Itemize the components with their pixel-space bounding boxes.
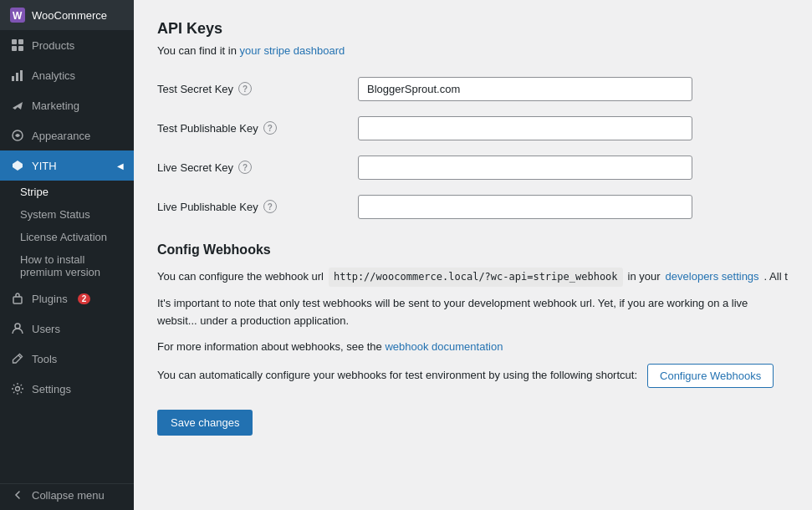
webhook-url-code: http://woocommerce.local/?wc-api=stripe_…	[329, 268, 623, 287]
live-publishable-key-label: Live Publishable Key	[157, 201, 258, 213]
api-keys-form: Test Secret Key ? Test Publishable Key ?…	[157, 77, 789, 219]
test-secret-key-input[interactable]	[358, 77, 692, 101]
svg-rect-4	[12, 46, 17, 51]
sidebar-item-tools[interactable]: Tools	[0, 344, 134, 374]
webhooks-title: Config Webhooks	[157, 242, 789, 258]
live-publishable-key-label-wrap: Live Publishable Key ?	[157, 200, 358, 213]
live-publishable-key-help-icon[interactable]: ?	[263, 200, 277, 213]
test-secret-key-row: Test Secret Key ?	[157, 77, 789, 101]
users-icon	[10, 321, 25, 336]
sidebar: W WooCommerce Products Analytics	[0, 0, 134, 510]
test-publishable-key-label: Test Publishable Key	[157, 122, 258, 135]
sidebar-products-label: Products	[32, 39, 74, 52]
svg-rect-3	[18, 39, 23, 44]
configure-webhooks-line: You can automatically configure your web…	[157, 364, 789, 388]
configure-webhooks-button[interactable]: Configure Webhooks	[647, 364, 774, 388]
products-icon	[10, 38, 25, 53]
save-changes-button[interactable]: Save changes	[157, 410, 253, 436]
sidebar-analytics-label: Analytics	[32, 69, 75, 82]
svg-text:W: W	[13, 10, 23, 22]
test-publishable-key-help-icon[interactable]: ?	[263, 121, 277, 135]
sidebar-license-activation-label: License Activation	[20, 231, 107, 243]
sidebar-sub-item-how-to-install[interactable]: How to install premium version	[0, 248, 134, 283]
sidebar-item-marketing[interactable]: Marketing	[0, 90, 134, 120]
marketing-icon	[10, 98, 25, 113]
webhook-docs-prefix: For more information about webhooks, see…	[157, 340, 382, 353]
svg-rect-8	[20, 70, 23, 81]
main-content: API Keys You can find it in your stripe …	[134, 0, 812, 510]
svg-marker-10	[13, 161, 23, 171]
sidebar-sub-item-system-status[interactable]: System Status	[0, 203, 134, 226]
sidebar-users-label: Users	[32, 323, 60, 335]
sidebar-item-yith[interactable]: YITH ◀	[0, 150, 134, 181]
tools-icon	[10, 351, 25, 366]
sidebar-tools-label: Tools	[32, 353, 57, 365]
yith-icon	[10, 158, 25, 173]
sidebar-woocommerce-label: WooCommerce	[32, 9, 107, 22]
sidebar-sub-item-stripe[interactable]: Stripe	[0, 181, 134, 203]
sidebar-item-plugins[interactable]: Plugins 2	[0, 283, 134, 314]
webhook-note-text: It's important to note that only test we…	[157, 295, 789, 330]
api-keys-section: API Keys You can find it in your stripe …	[157, 20, 789, 219]
sidebar-sub-item-license-activation[interactable]: License Activation	[0, 226, 134, 248]
webhook-url-prefix: You can configure the webhook url	[157, 268, 324, 286]
svg-rect-5	[18, 46, 23, 51]
developers-settings-link[interactable]: developers settings	[666, 268, 759, 286]
svg-rect-11	[13, 297, 22, 303]
sidebar-how-to-install-label: How to install premium version	[20, 253, 124, 278]
appearance-icon	[10, 128, 25, 143]
webhook-docs-text: For more information about webhooks, see…	[157, 339, 789, 356]
sidebar-appearance-label: Appearance	[32, 130, 90, 142]
woocommerce-icon: W	[10, 8, 25, 23]
sidebar-collapse[interactable]: Collapse menu	[0, 483, 134, 510]
test-secret-key-label-wrap: Test Secret Key ?	[157, 82, 358, 95]
sidebar-item-woocommerce[interactable]: W WooCommerce	[0, 0, 134, 30]
webhook-url-line: You can configure the webhook url http:/…	[157, 268, 789, 287]
test-publishable-key-row: Test Publishable Key ?	[157, 116, 789, 140]
sidebar-system-status-label: System Status	[20, 208, 90, 221]
test-publishable-key-input[interactable]	[358, 116, 692, 140]
sidebar-item-settings[interactable]: Settings	[0, 374, 134, 404]
webhook-url-suffix: . All t	[764, 268, 788, 286]
plugins-badge: 2	[78, 293, 91, 304]
live-secret-key-row: Live Secret Key ?	[157, 156, 789, 180]
live-publishable-key-input[interactable]	[358, 195, 692, 219]
collapse-label: Collapse menu	[32, 489, 105, 502]
stripe-dashboard-link[interactable]: your stripe dashboard	[240, 44, 345, 57]
test-publishable-key-label-wrap: Test Publishable Key ?	[157, 121, 358, 135]
sidebar-yith-label: YITH	[32, 160, 57, 172]
webhook-documentation-link[interactable]: webhook documentation	[385, 340, 503, 353]
live-secret-key-label-wrap: Live Secret Key ?	[157, 161, 358, 174]
svg-rect-7	[16, 73, 18, 81]
settings-icon	[10, 381, 25, 396]
sidebar-settings-label: Settings	[32, 383, 71, 395]
analytics-icon	[10, 68, 25, 83]
svg-point-12	[15, 324, 20, 329]
svg-rect-2	[12, 39, 17, 44]
stripe-dashboard-text: You can find it in your stripe dashboard	[157, 43, 789, 60]
api-keys-title: API Keys	[157, 20, 789, 38]
sidebar-plugins-label: Plugins	[32, 293, 68, 305]
live-secret-key-label: Live Secret Key	[157, 161, 233, 174]
svg-rect-6	[12, 76, 14, 81]
config-webhooks-section: Config Webhooks You can configure the we…	[157, 242, 789, 389]
plugins-icon	[10, 291, 25, 306]
test-secret-key-label: Test Secret Key	[157, 83, 233, 95]
svg-point-13	[16, 387, 20, 391]
live-secret-key-help-icon[interactable]: ?	[238, 161, 252, 174]
sidebar-item-products[interactable]: Products	[0, 30, 134, 60]
yith-arrow-icon: ◀	[117, 161, 124, 171]
sidebar-item-users[interactable]: Users	[0, 314, 134, 344]
test-secret-key-help-icon[interactable]: ?	[238, 82, 252, 95]
webhook-url-middle: in your	[628, 268, 661, 286]
sidebar-item-analytics[interactable]: Analytics	[0, 60, 134, 90]
live-secret-key-input[interactable]	[358, 156, 692, 180]
sidebar-stripe-label: Stripe	[20, 186, 49, 198]
sidebar-item-appearance[interactable]: Appearance	[0, 120, 134, 150]
stripe-dashboard-prefix: You can find it in	[157, 44, 237, 57]
sidebar-marketing-label: Marketing	[32, 99, 79, 112]
collapse-icon	[10, 487, 25, 502]
configure-webhooks-prefix: You can automatically configure your web…	[157, 367, 637, 385]
live-publishable-key-row: Live Publishable Key ?	[157, 195, 789, 219]
